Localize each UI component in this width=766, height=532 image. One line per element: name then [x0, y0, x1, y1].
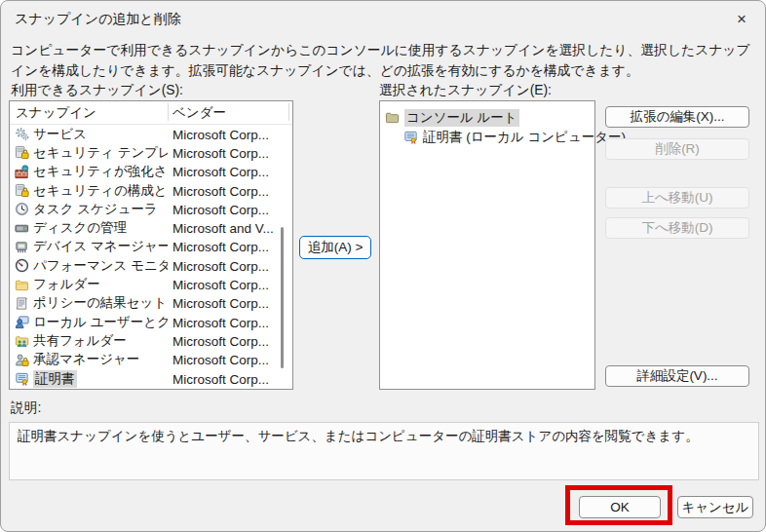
- tree-item-label: コンソール ルート: [404, 109, 519, 127]
- tree-item-console-root[interactable]: コンソール ルート: [385, 108, 519, 127]
- services-icon: [15, 127, 29, 141]
- list-item-label: サービス: [33, 126, 87, 143]
- certificate-icon: [403, 130, 418, 144]
- add-remove-snapins-dialog: スナップインの追加と削除 × コンピューターで利用できるスナップインからこのコン…: [0, 0, 766, 532]
- move-up-button: 上へ移動(U): [605, 187, 749, 209]
- description-text: 証明書スナップインを使うとユーザー、サービス、またはコンピューターの証明書ストア…: [18, 429, 699, 443]
- advanced-button[interactable]: 詳細設定(V)...: [605, 365, 749, 387]
- list-item-local-users-and-groups[interactable]: ローカル ユーザーとグループ Microsoft Corp...: [10, 313, 292, 331]
- list-item-disk-management[interactable]: ディスクの管理 Microsoft and V...: [10, 218, 292, 237]
- list-header: スナップイン ベンダー: [10, 101, 292, 125]
- list-item-services[interactable]: サービス Microsoft Corp...: [10, 125, 292, 143]
- column-header-snapin[interactable]: スナップイン: [16, 104, 96, 122]
- security-analysis-icon: [15, 183, 29, 198]
- list-item-label: フォルダー: [33, 276, 100, 293]
- firewall-icon: [15, 165, 29, 179]
- list-item-vendor: Microsoft Corp...: [172, 258, 269, 273]
- list-item-certificates[interactable]: 証明書 Microsoft Corp...: [10, 369, 292, 388]
- list-item-label: 共有フォルダー: [33, 332, 127, 350]
- list-item-resultant-set-of-policy[interactable]: ポリシーの結果セット Microsoft Corp...: [10, 294, 292, 313]
- selected-snapins-label: 選択されたスナップイン(E):: [379, 82, 552, 99]
- list-item-device-manager[interactable]: デバイス マネージャー Microsoft Corp...: [10, 238, 292, 256]
- cancel-button[interactable]: キャンセル: [677, 496, 753, 518]
- title-bar: スナップインの追加と削除 ×: [1, 1, 765, 36]
- device-manager-icon: [15, 240, 29, 254]
- list-item-security-templates[interactable]: セキュリティ テンプレート Microsoft Corp...: [10, 143, 292, 162]
- list-item-label: セキュリティが強化された ...: [33, 163, 168, 180]
- list-item-vendor: Microsoft Corp...: [172, 240, 269, 254]
- list-item-label: ローカル ユーザーとグループ: [33, 314, 168, 331]
- list-item-label: 承認マネージャー: [33, 351, 139, 368]
- tree-item-certificates-local-computer[interactable]: 証明書 (ローカル コンピューター): [403, 128, 626, 146]
- selected-snapins-tree: コンソール ルート 証明書 (ローカル コンピューター): [379, 100, 595, 390]
- console-root-folder-icon: [385, 110, 400, 125]
- local-users-icon: [15, 315, 29, 329]
- dialog-intro-text: コンピューターで利用できるスナップインからこのコンソールに使用するスナップインを…: [11, 41, 761, 81]
- tree-item-label: 証明書 (ローカル コンピューター): [423, 129, 626, 146]
- list-item-label: パフォーマンス モニター: [33, 257, 168, 275]
- list-item-vendor: Microsoft Corp...: [172, 127, 269, 141]
- list-item-windows-firewall[interactable]: セキュリティが強化された ... Microsoft Corp...: [10, 163, 292, 181]
- window-title: スナップインの追加と削除: [15, 11, 181, 28]
- folder-icon: [15, 278, 29, 292]
- list-item-task-scheduler[interactable]: タスク スケジューラ Microsoft Corp...: [10, 200, 292, 218]
- list-item-vendor: Microsoft Corp...: [172, 202, 269, 216]
- edit-extensions-button[interactable]: 拡張の編集(X)...: [605, 106, 749, 128]
- list-item-vendor: Microsoft Corp...: [172, 353, 269, 367]
- description-label: 説明:: [11, 399, 41, 417]
- list-item-label: ディスクの管理: [33, 219, 127, 237]
- list-item-label: 証明書: [33, 370, 77, 388]
- authorization-manager-icon: [15, 353, 29, 367]
- add-button[interactable]: 追加(A) >: [299, 236, 371, 259]
- list-item-vendor: Microsoft Corp...: [172, 145, 269, 160]
- performance-monitor-icon: [15, 258, 29, 273]
- policy-result-icon: [15, 296, 29, 311]
- close-icon[interactable]: ×: [728, 7, 755, 32]
- list-item-label: ポリシーの結果セット: [33, 294, 167, 312]
- list-item-folder[interactable]: フォルダー Microsoft Corp...: [10, 275, 292, 293]
- security-template-icon: [15, 145, 29, 160]
- column-separator[interactable]: [168, 103, 169, 121]
- task-scheduler-icon: [15, 202, 29, 216]
- list-item-vendor: Microsoft Corp...: [172, 371, 269, 386]
- description-box: 証明書スナップインを使うとユーザー、サービス、またはコンピューターの証明書ストア…: [9, 422, 759, 480]
- remove-button: 削除(R): [605, 138, 749, 160]
- list-item-shared-folders[interactable]: 共有フォルダー Microsoft Corp...: [10, 331, 292, 350]
- list-item-authorization-manager[interactable]: 承認マネージャー Microsoft Corp...: [10, 351, 292, 369]
- list-item-security-configuration[interactable]: セキュリティの構成と分析 Microsoft Corp...: [10, 181, 292, 200]
- ok-button[interactable]: OK: [579, 496, 661, 518]
- list-item-vendor: Microsoft and V...: [172, 221, 274, 236]
- list-item-vendor: Microsoft Corp...: [172, 333, 269, 348]
- list-item-vendor: Microsoft Corp...: [172, 165, 269, 179]
- list-item-label: セキュリティの構成と分析: [33, 182, 168, 200]
- shared-folder-icon: [15, 333, 29, 348]
- column-separator[interactable]: [288, 103, 289, 121]
- list-item-vendor: Microsoft Corp...: [172, 183, 269, 198]
- scrollbar-thumb[interactable]: [281, 227, 284, 368]
- list-item-vendor: Microsoft Corp...: [172, 296, 269, 311]
- list-item-vendor: Microsoft Corp...: [172, 278, 269, 292]
- available-snapins-label: 利用できるスナップイン(S):: [11, 82, 183, 99]
- list-body: サービス Microsoft Corp... セキュリティ テンプレート Mic…: [10, 125, 292, 388]
- column-header-vendor[interactable]: ベンダー: [172, 104, 226, 122]
- list-item-label: タスク スケジューラ: [33, 201, 158, 218]
- list-item-vendor: Microsoft Corp...: [172, 315, 269, 329]
- disk-management-icon: [15, 221, 29, 236]
- move-down-button: 下へ移動(D): [605, 217, 749, 239]
- available-snapins-list: スナップイン ベンダー サービス Microsoft Corp... セキュリテ…: [9, 100, 293, 390]
- list-item-label: セキュリティ テンプレート: [33, 144, 168, 162]
- list-item-label: デバイス マネージャー: [33, 238, 168, 255]
- certificates-icon: [15, 371, 29, 386]
- list-item-performance-monitor[interactable]: パフォーマンス モニター Microsoft Corp...: [10, 256, 292, 275]
